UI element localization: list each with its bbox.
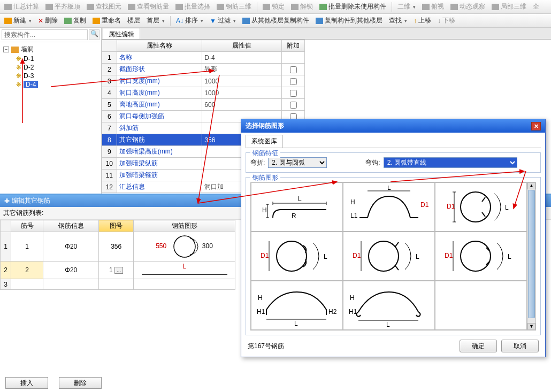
btn-rebar-3d[interactable]: 钢筋三维 — [215, 1, 254, 12]
attr-value[interactable]: D-4 — [202, 52, 282, 64]
shape-option[interactable]: HH1 L — [343, 281, 435, 330]
btn-copy-from[interactable]: 从其他楼层复制构件 — [240, 15, 311, 26]
tree-item[interactable]: ❋D-2 — [13, 63, 98, 72]
btn-local-3d[interactable]: 局部三维 — [489, 1, 529, 12]
property-row[interactable]: 1名称D-4 — [102, 52, 305, 64]
shape-option[interactable]: L D1 — [343, 232, 435, 281]
attach-checkbox[interactable] — [290, 102, 297, 109]
close-button[interactable]: ✕ — [531, 122, 541, 130]
unlock-icon — [291, 4, 299, 10]
shape-icon: HH1 L H2 — [257, 284, 337, 327]
btn-filter[interactable]: ▼过滤 — [208, 15, 238, 26]
gear-icon: ❋ — [16, 72, 21, 80]
tree-item[interactable]: ❋D-1 — [13, 55, 98, 63]
rebar-row[interactable]: 2 2 Φ20 1 ... L — [1, 262, 235, 279]
floor-dropdown[interactable]: 首层 — [144, 15, 167, 26]
shape-preview: L — [134, 262, 235, 279]
attach-cell[interactable] — [282, 64, 305, 75]
btn-calc[interactable]: 汇总计算 — [2, 1, 41, 12]
btn-find[interactable]: 查找 — [387, 15, 409, 26]
attach-cell[interactable] — [282, 75, 305, 87]
tab-system-lib[interactable]: 系统图库 — [246, 135, 283, 148]
attach-cell[interactable] — [282, 52, 305, 64]
btn-lock[interactable]: 锁定 — [261, 1, 287, 12]
btn-new[interactable]: 新建 — [2, 15, 34, 26]
btn-sort[interactable]: A↓排序 — [174, 15, 205, 26]
svg-text:L: L — [416, 253, 419, 260]
svg-line-30 — [395, 266, 399, 270]
bend-select[interactable]: 2. 圆与圆弧 — [268, 157, 327, 168]
col-info: 钢筋信息 — [43, 220, 99, 232]
shape-option[interactable]: HH1 L H2 — [251, 281, 343, 330]
btn-overlook[interactable]: 俯视 — [420, 1, 446, 12]
attach-checkbox[interactable] — [290, 66, 297, 73]
btn-copy[interactable]: 复制 — [62, 15, 88, 26]
floor-label: 楼层 — [125, 15, 142, 26]
btn-flat[interactable]: 平齐板顶 — [43, 1, 82, 12]
dim-dropdown[interactable]: 二维 — [395, 1, 418, 12]
search-input[interactable] — [2, 29, 88, 40]
btn-all[interactable]: 全 — [531, 1, 541, 12]
shape-option[interactable]: L D1 — [435, 232, 527, 281]
scroll-thumb[interactable] — [528, 190, 535, 318]
toolbar-2: 新建 ✕删除 复制 重命名 楼层 首层 A↓排序 ▼过滤 从其他楼层复制构件 复… — [0, 14, 551, 28]
rebar-row[interactable]: 1 1 Φ20 356 550 300 — [1, 232, 235, 262]
btn-find-elem[interactable]: 查找图元 — [85, 1, 124, 12]
shape-icon: H R L — [259, 188, 334, 226]
shape-option[interactable]: L D1 — [251, 232, 343, 281]
btn-copy-to[interactable]: 复制构件到其他楼层 — [313, 15, 385, 26]
attr-value[interactable]: 异形 — [202, 64, 282, 75]
search-button[interactable]: 🔍 — [89, 29, 100, 40]
btn-up[interactable]: ↑上移 — [411, 15, 433, 26]
sort-icon: A↓ — [176, 17, 183, 25]
attr-value[interactable]: 1000 — [202, 87, 282, 99]
ok-button[interactable]: 确定 — [460, 340, 497, 352]
ellipsis-button[interactable]: ... — [114, 267, 123, 274]
btn-del[interactable]: ✕删除 — [36, 15, 60, 26]
attach-cell[interactable] — [282, 99, 305, 111]
col-rn — [1, 220, 11, 232]
svg-text:H2: H2 — [328, 308, 337, 316]
btn-rename[interactable]: 重命名 — [90, 15, 123, 26]
btn-batch-del[interactable]: 批量删除未使用构件 — [317, 1, 388, 12]
tree-root[interactable]: − 墙洞 — [3, 44, 98, 55]
property-row[interactable]: 3洞口宽度(mm)1000 — [102, 75, 305, 87]
attach-checkbox[interactable] — [290, 78, 297, 85]
tab-strip: 属性编辑 — [102, 28, 551, 40]
tab-properties[interactable]: 属性编辑 — [103, 28, 140, 39]
shape-option[interactable]: H R L — [251, 182, 343, 232]
property-row[interactable]: 2截面形状异形 — [102, 64, 305, 75]
fs-shapes: 钢筋图形 H R L — [246, 177, 541, 335]
shape-no-edit[interactable]: 1 ... — [99, 262, 134, 279]
btn-dyn-obs[interactable]: 动态观察 — [448, 1, 487, 12]
attr-value[interactable]: 600 — [202, 99, 282, 111]
collapse-icon[interactable]: − — [3, 47, 9, 52]
delete-button[interactable]: 删除 — [59, 377, 102, 389]
shape-option[interactable]: HL1 L D1 — [343, 182, 435, 232]
property-row[interactable]: 4洞口高度(mm)1000 — [102, 87, 305, 99]
shape-option[interactable]: L D1 — [435, 182, 527, 232]
btn-unlock[interactable]: 解锁 — [289, 1, 315, 12]
rebar-row-empty[interactable]: 3 — [1, 279, 235, 290]
btn-view-rebar[interactable]: 查看钢筋量 — [126, 1, 171, 12]
trash-icon — [319, 4, 327, 10]
btn-batch-sel[interactable]: 批量选择 — [173, 1, 212, 12]
property-row[interactable]: 5离地高度(mm)600 — [102, 99, 305, 111]
svg-text:L: L — [294, 320, 298, 327]
component-tree: − 墙洞 ❋D-1 ❋D-2 ❋D-3 ❋D-4 — [0, 42, 101, 91]
attr-value[interactable]: 1000 — [202, 75, 282, 87]
scroll-up-icon[interactable]: ▲ — [527, 182, 535, 189]
fs-characteristics: 钢筋特征 弯折: 2. 圆与圆弧 弯钩: 2. 圆弧带直线 — [246, 152, 541, 173]
shape-scrollbar[interactable]: ▲ ▼ — [527, 182, 536, 330]
tree-item-selected[interactable]: ❋D-4 — [13, 80, 98, 89]
hook-label: 弯钩: — [365, 158, 380, 167]
tree-item[interactable]: ❋D-3 — [13, 72, 98, 80]
insert-button[interactable]: 插入 — [5, 377, 48, 389]
dialog-titlebar[interactable]: 选择钢筋图形 ✕ — [241, 119, 545, 133]
attach-cell[interactable] — [282, 87, 305, 99]
btn-down[interactable]: ↓下移 — [435, 15, 457, 26]
cancel-button[interactable]: 取消 — [501, 340, 539, 352]
attach-checkbox[interactable] — [290, 90, 297, 97]
hook-select[interactable]: 2. 圆弧带直线 — [384, 157, 517, 168]
scroll-down-icon[interactable]: ▼ — [527, 323, 535, 330]
